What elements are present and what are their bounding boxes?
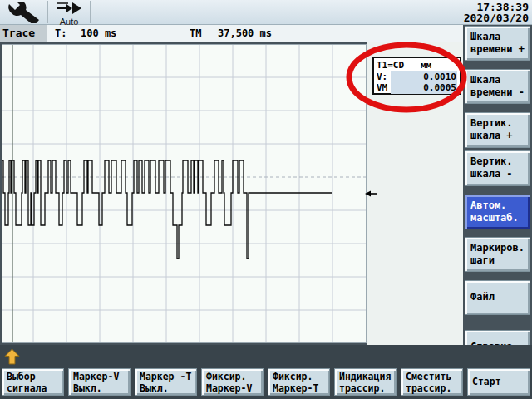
vm-label: VM xyxy=(377,82,387,94)
softkey-time-scale-plus[interactable]: Шкалавремени + xyxy=(465,26,530,61)
recall-up-arrow-icon[interactable] xyxy=(4,348,20,365)
softkey-start[interactable]: Старт xyxy=(467,368,530,396)
softkey-time-scale-minus[interactable]: Шкалавремени - xyxy=(465,69,530,104)
auto-mode-indicator: Auto xyxy=(52,2,86,27)
signal-unit: мм xyxy=(421,60,431,71)
divider xyxy=(90,1,91,23)
softkey-auto-scale[interactable]: Автом.масштаб. xyxy=(465,195,530,229)
softkey-marker-steps[interactable]: Маркиров.шаги xyxy=(465,237,530,272)
horizontal-softkey-bar: Выборсигнала Маркер-VВыкл. Маркер -ТВыкл… xyxy=(0,345,532,399)
vm-value: 0.0005 xyxy=(391,82,457,94)
sample-time-value: 100 ms xyxy=(81,27,116,39)
trace-title: Trace xyxy=(0,25,47,42)
measure-time-label: TM xyxy=(190,27,201,39)
softkey-fix-marker-t[interactable]: Фиксир.Маркер-Т xyxy=(268,368,330,396)
divider xyxy=(47,1,48,23)
auto-arrow-icon xyxy=(55,2,83,14)
v-label: V: xyxy=(377,71,387,83)
softkey-file[interactable]: Файл xyxy=(465,280,530,315)
softkey-vert-scale-plus[interactable]: Вертик.шкала + xyxy=(465,112,530,148)
title-bar: Auto 17:38:39 2020/03/20 xyxy=(0,0,532,25)
measure-time-value: 37,500 ms xyxy=(218,27,272,39)
trace-header: Trace T: 100 ms TM 37,500 ms xyxy=(0,25,463,42)
clock: 17:38:39 2020/03/20 xyxy=(464,2,529,23)
waveform-chart xyxy=(2,45,366,342)
softkey-signal-select[interactable]: Выборсигнала xyxy=(2,368,64,396)
sample-time-label: T: xyxy=(55,27,66,39)
trace-screen: Auto 17:38:39 2020/03/20 Trace T: 100 ms… xyxy=(0,0,532,399)
signal-name: T1=CD xyxy=(377,60,404,71)
trace-plot[interactable] xyxy=(2,44,367,343)
v-value: 0.0010 xyxy=(391,71,457,83)
softkey-marker-t-off[interactable]: Маркер -ТВыкл. xyxy=(135,368,197,396)
softkey-trace-display[interactable]: Индикациятрассир. xyxy=(334,368,397,396)
softkey-shift-trace[interactable]: Сместитьтрассир. xyxy=(401,368,463,396)
vertical-softkey-bar: Шкалавремени + Шкалавремени - Вертик.шка… xyxy=(463,25,532,366)
softkey-marker-v-off[interactable]: Маркер-VВыкл. xyxy=(68,368,131,396)
softkey-vert-scale-minus[interactable]: Вертик.шкала - xyxy=(465,150,530,186)
measurement-info-box: T1=CD мм V: 0.0010 VM 0.0005 xyxy=(372,57,461,95)
wrench-icon xyxy=(5,2,43,27)
trace-position-arrow-icon xyxy=(364,189,377,199)
date-value: 2020/03/20 xyxy=(464,12,529,23)
softkey-fix-marker-v[interactable]: Фиксир.Маркер-V xyxy=(201,368,264,396)
